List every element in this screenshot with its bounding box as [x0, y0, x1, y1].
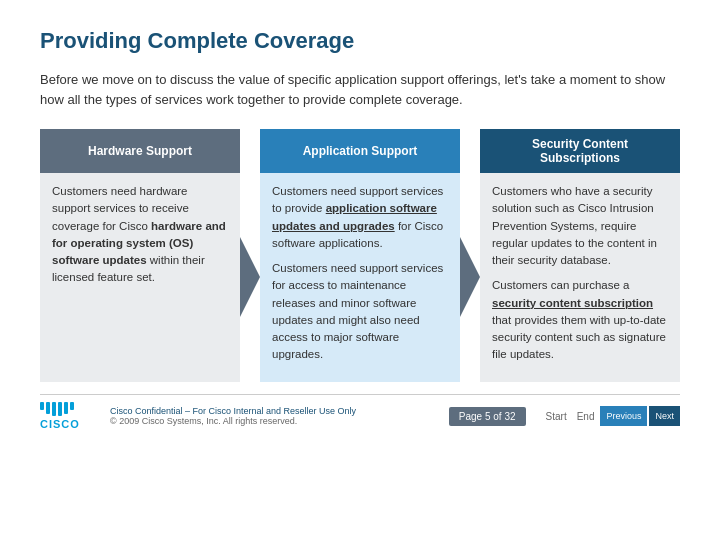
end-label: End — [573, 411, 599, 422]
hardware-column: Hardware Support Customers need hardware… — [40, 129, 240, 382]
security-text-2: Customers can purchase a security conten… — [492, 277, 668, 363]
cisco-logo: CISCO — [40, 402, 100, 430]
copyright-text: © 2009 Cisco Systems, Inc. All rights re… — [110, 416, 449, 426]
slide-title: Providing Complete Coverage — [40, 28, 680, 54]
arrow-1 — [240, 173, 260, 382]
page-badge: Page 5 of 32 — [449, 407, 526, 426]
slide-container: Providing Complete Coverage Before we mo… — [0, 0, 720, 540]
next-button[interactable]: Next — [649, 406, 680, 426]
previous-button[interactable]: Previous — [600, 406, 647, 426]
nav-controls: Start End Previous Next — [542, 406, 680, 426]
hardware-body: Customers need hardware support services… — [40, 173, 240, 382]
arrow-2 — [460, 173, 480, 382]
application-text-1: Customers need support services to provi… — [272, 183, 448, 252]
application-header: Application Support — [260, 129, 460, 173]
columns-section: Hardware Support Customers need hardware… — [40, 129, 680, 382]
security-text-1: Customers who have a security solution s… — [492, 183, 668, 269]
security-content-text: security content subscription — [492, 297, 653, 309]
footer-copyright: Cisco Confidential – For Cisco Internal … — [110, 406, 449, 426]
hardware-bold: hardware and for operating system (OS) s… — [52, 220, 226, 267]
slide-footer: CISCO Cisco Confidential – For Cisco Int… — [40, 394, 680, 438]
cisco-bar-1 — [40, 402, 44, 410]
security-header: Security Content Subscriptions — [480, 129, 680, 173]
security-column: Security Content Subscriptions Customers… — [480, 129, 680, 382]
application-text-2: Customers need support services for acce… — [272, 260, 448, 364]
hardware-text: Customers need hardware support services… — [52, 183, 228, 287]
arrow-shape-1 — [240, 237, 260, 317]
start-label: Start — [542, 411, 571, 422]
application-software-text: application software updates and upgrade… — [272, 202, 437, 231]
cisco-bar-5 — [64, 402, 68, 414]
cisco-bars — [40, 402, 74, 416]
confidential-text: Cisco Confidential – For Cisco Internal … — [110, 406, 449, 416]
application-body: Customers need support services to provi… — [260, 173, 460, 382]
application-column: Application Support Customers need suppo… — [260, 129, 460, 382]
cisco-bar-3 — [52, 402, 56, 416]
intro-paragraph: Before we move on to discuss the value o… — [40, 70, 680, 109]
cisco-bar-4 — [58, 402, 62, 416]
cisco-bar-6 — [70, 402, 74, 410]
cisco-bar-2 — [46, 402, 50, 414]
security-body: Customers who have a security solution s… — [480, 173, 680, 382]
cisco-wordmark: CISCO — [40, 418, 80, 430]
arrow-shape-2 — [460, 237, 480, 317]
hardware-header: Hardware Support — [40, 129, 240, 173]
